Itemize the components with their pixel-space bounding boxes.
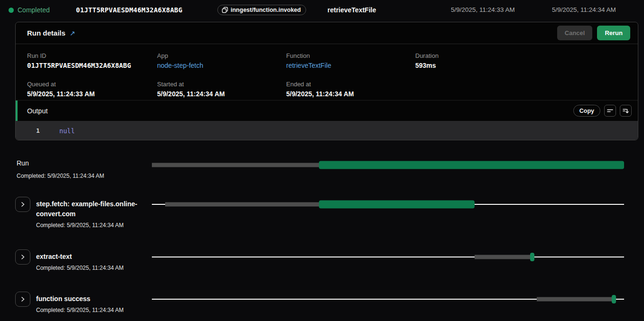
run-row-completed: Completed: 5/9/2025, 11:24:34 AM <box>17 173 152 179</box>
status-badge: Completed <box>18 0 50 20</box>
timeline-step-row: function success Completed: 5/9/2025, 11… <box>0 292 644 313</box>
panel-header: Run details ↗ Cancel Rerun <box>16 22 638 44</box>
ended-timestamp: 5/9/2025, 11:24:34 AM <box>552 0 616 20</box>
topbar: Completed 01JTT5RPVAESDM46M32A6X8ABG inn… <box>0 0 644 20</box>
field-queued-at: Queued at 5/9/2025, 11:24:33 AM <box>27 81 157 100</box>
output-header: Output Copy <box>16 100 638 121</box>
queue-duration-bar <box>165 202 319 207</box>
step-completed: Completed: 5/9/2025, 11:24:34 AM <box>36 265 150 271</box>
run-row-track <box>152 157 624 173</box>
step-completed: Completed: 5/9/2025, 11:24:34 AM <box>36 222 150 229</box>
expand-step-button[interactable] <box>15 249 30 265</box>
chevron-right-icon <box>20 202 26 207</box>
queue-duration-bar <box>537 297 613 302</box>
copy-button[interactable]: Copy <box>573 105 600 117</box>
lines-arrow-down-icon <box>622 107 629 114</box>
rerun-button[interactable]: Rerun <box>597 26 630 40</box>
text-lines-icon <box>607 107 614 114</box>
field-run-id: Run ID 01JTT5RPVAESDM46M32A6X8ABG <box>27 52 157 72</box>
queue-duration-bar <box>152 163 319 167</box>
queue-duration-bar <box>475 255 532 259</box>
execution-duration-bar <box>319 201 474 209</box>
timeline-run-row: Run Completed: 5/9/2025, 11:24:34 AM <box>0 159 644 179</box>
step-track <box>152 197 624 212</box>
step-title: function success <box>36 294 150 304</box>
output-code-block: 1 null <box>16 121 638 140</box>
timeline-step-row: extract-text Completed: 5/9/2025, 11:24:… <box>0 249 644 271</box>
text-lines-icon-button[interactable] <box>604 105 616 117</box>
scroll-to-bottom-icon-button[interactable] <box>620 105 632 117</box>
expand-step-button[interactable] <box>15 197 30 212</box>
copy-icon <box>222 7 228 13</box>
run-details-panel: Run details ↗ Cancel Rerun Run ID 01JTT5… <box>15 22 638 140</box>
app-link[interactable]: node-step-fetch <box>157 62 286 69</box>
event-badge-label: inngest/function.invoked <box>231 5 301 15</box>
cancel-button[interactable]: Cancel <box>557 26 593 40</box>
event-badge[interactable]: inngest/function.invoked <box>217 5 306 15</box>
field-ended-at: Ended at 5/9/2025, 11:24:34 AM <box>286 81 415 100</box>
output-value: null <box>59 127 75 135</box>
step-title: extract-text <box>36 252 150 262</box>
queued-timestamp: 5/9/2025, 11:24:33 AM <box>451 0 515 20</box>
output-title: Output <box>27 107 48 115</box>
expand-step-button[interactable] <box>15 292 30 307</box>
chevron-right-icon <box>20 254 26 260</box>
output-accent-bar <box>16 101 18 121</box>
function-link[interactable]: retrieveTextFile <box>286 62 415 69</box>
panel-title: Run details <box>27 29 65 37</box>
step-completed: Completed: 5/9/2025, 11:24:34 AM <box>36 307 150 313</box>
completion-marker <box>612 295 616 303</box>
execution-duration-bar <box>319 161 624 169</box>
run-details-grid: Run ID 01JTT5RPVAESDM46M32A6X8ABG App no… <box>16 44 638 100</box>
chevron-right-icon <box>20 296 26 302</box>
timeline-baseline <box>152 257 624 257</box>
line-number: 1 <box>30 127 46 134</box>
timeline-step-row: step.fetch: example-files.online-convert… <box>0 197 644 229</box>
completion-marker <box>530 253 534 261</box>
run-timeline: Run Completed: 5/9/2025, 11:24:34 AM ste… <box>0 140 644 313</box>
step-track <box>152 249 624 265</box>
function-name-text: retrieveTextFile <box>327 0 376 20</box>
run-row-label: Run <box>17 159 152 167</box>
status-dot-icon <box>9 8 14 13</box>
open-external-icon[interactable]: ↗ <box>70 29 75 37</box>
field-function: Function retrieveTextFile <box>286 52 415 72</box>
field-duration: Duration 593ms <box>415 52 626 72</box>
run-id-text: 01JTT5RPVAESDM46M32A6X8ABG <box>76 0 182 20</box>
step-track <box>152 292 624 307</box>
step-title: step.fetch: example-files.online-convert… <box>36 199 150 219</box>
field-started-at: Started at 5/9/2025, 11:24:34 AM <box>157 81 286 100</box>
field-app: App node-step-fetch <box>157 52 286 72</box>
